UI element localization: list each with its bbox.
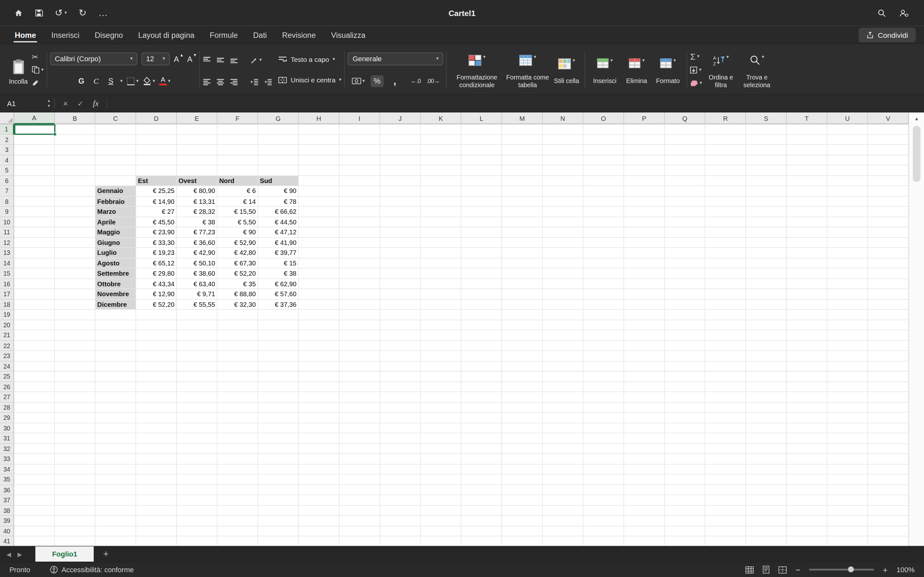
cell-B18[interactable] <box>55 300 95 309</box>
cell-S12[interactable] <box>746 237 787 248</box>
cell-P41[interactable] <box>624 536 665 546</box>
cell-I32[interactable] <box>339 444 380 454</box>
cell-D30[interactable] <box>136 423 177 434</box>
cell-G18[interactable]: € 37,36 <box>258 300 299 309</box>
cell-M14[interactable] <box>502 258 543 268</box>
cell-E36[interactable] <box>177 485 218 495</box>
name-box-spinner[interactable]: ▲▼ <box>47 98 51 108</box>
cell-O20[interactable] <box>583 320 624 330</box>
cell-R10[interactable] <box>706 217 746 227</box>
cell-O39[interactable] <box>583 516 624 526</box>
cell-M1[interactable] <box>502 124 543 135</box>
cell-K3[interactable] <box>421 145 461 155</box>
cell-P13[interactable] <box>624 248 665 258</box>
page-layout-view-button[interactable] <box>762 566 770 574</box>
cell-U41[interactable] <box>827 536 868 546</box>
cell-C12[interactable]: Giugno <box>95 237 136 248</box>
row-header-7[interactable]: 7 <box>0 186 14 196</box>
cell-G28[interactable] <box>258 402 299 413</box>
cell-B37[interactable] <box>55 495 95 506</box>
cell-R36[interactable] <box>706 485 746 495</box>
cell-styles-button[interactable]: ▾ Stili cella <box>551 55 582 85</box>
cell-K13[interactable] <box>421 248 461 258</box>
row-header-24[interactable]: 24 <box>0 361 14 372</box>
cell-O22[interactable] <box>583 341 624 351</box>
cell-L39[interactable] <box>461 516 502 526</box>
cell-G12[interactable]: € 41,90 <box>258 237 299 248</box>
cell-L30[interactable] <box>461 423 502 434</box>
cell-L20[interactable] <box>461 320 502 330</box>
cell-C2[interactable] <box>95 135 136 145</box>
cell-O18[interactable] <box>583 300 624 309</box>
cell-D28[interactable] <box>136 402 177 413</box>
cell-V39[interactable] <box>868 516 909 526</box>
column-header-I[interactable]: I <box>339 113 380 124</box>
cell-E34[interactable] <box>177 464 218 474</box>
clear-button[interactable]: ▾ <box>690 79 702 88</box>
cell-E15[interactable]: € 38,60 <box>177 269 218 279</box>
cell-N34[interactable] <box>543 464 583 474</box>
cell-S16[interactable] <box>746 279 787 289</box>
cell-U27[interactable] <box>827 392 868 402</box>
cell-H2[interactable] <box>299 135 339 145</box>
cell-V22[interactable] <box>868 341 909 351</box>
cell-R1[interactable] <box>706 124 746 135</box>
cell-T24[interactable] <box>787 361 827 372</box>
cell-T30[interactable] <box>787 423 827 434</box>
row-header-13[interactable]: 13 <box>0 248 14 258</box>
cell-A8[interactable] <box>14 197 55 207</box>
cell-V26[interactable] <box>868 382 909 392</box>
cell-R7[interactable] <box>706 186 746 196</box>
cell-S1[interactable] <box>746 124 787 135</box>
cell-N4[interactable] <box>543 155 583 165</box>
cell-T39[interactable] <box>787 516 827 526</box>
row-header-39[interactable]: 39 <box>0 516 14 526</box>
cell-B39[interactable] <box>55 516 95 526</box>
cell-F37[interactable] <box>218 495 258 506</box>
cell-K6[interactable] <box>421 176 461 186</box>
cell-C4[interactable] <box>95 155 136 165</box>
cell-A33[interactable] <box>14 454 55 464</box>
cell-T21[interactable] <box>787 330 827 340</box>
cell-S35[interactable] <box>746 474 787 485</box>
cell-A39[interactable] <box>14 516 55 526</box>
row-header-33[interactable]: 33 <box>0 454 14 464</box>
cell-U33[interactable] <box>827 454 868 464</box>
tab-inserisci[interactable]: Inserisci <box>44 26 87 44</box>
cell-B25[interactable] <box>55 372 95 382</box>
row-header-41[interactable]: 41 <box>0 536 14 546</box>
cell-T19[interactable] <box>787 309 827 320</box>
cell-F13[interactable]: € 42,80 <box>218 248 258 258</box>
cell-T16[interactable] <box>787 279 827 289</box>
cell-M39[interactable] <box>502 516 543 526</box>
cell-J4[interactable] <box>380 155 421 165</box>
cell-I31[interactable] <box>339 434 380 444</box>
cell-P6[interactable] <box>624 176 665 186</box>
cell-D15[interactable]: € 29,80 <box>136 269 177 279</box>
cell-M15[interactable] <box>502 269 543 279</box>
previous-sheet-button[interactable]: ◀ <box>0 551 18 557</box>
cell-L11[interactable] <box>461 227 502 237</box>
cell-B35[interactable] <box>55 474 95 485</box>
cell-E19[interactable] <box>177 309 218 320</box>
cell-R12[interactable] <box>706 237 746 248</box>
cell-L22[interactable] <box>461 341 502 351</box>
cell-L21[interactable] <box>461 330 502 340</box>
cell-L10[interactable] <box>461 217 502 227</box>
cell-E18[interactable]: € 55,55 <box>177 300 218 309</box>
cell-K24[interactable] <box>421 361 461 372</box>
cell-Q31[interactable] <box>665 434 706 444</box>
cell-I33[interactable] <box>339 454 380 464</box>
cell-G41[interactable] <box>258 536 299 546</box>
cell-K19[interactable] <box>421 309 461 320</box>
cell-C26[interactable] <box>95 382 136 392</box>
cell-Q9[interactable] <box>665 207 706 217</box>
cell-I20[interactable] <box>339 320 380 330</box>
cell-L6[interactable] <box>461 176 502 186</box>
cell-D9[interactable]: € 27 <box>136 207 177 217</box>
cell-P36[interactable] <box>624 485 665 495</box>
cell-J28[interactable] <box>380 402 421 413</box>
cell-P24[interactable] <box>624 361 665 372</box>
cell-B5[interactable] <box>55 165 95 176</box>
cell-R22[interactable] <box>706 341 746 351</box>
